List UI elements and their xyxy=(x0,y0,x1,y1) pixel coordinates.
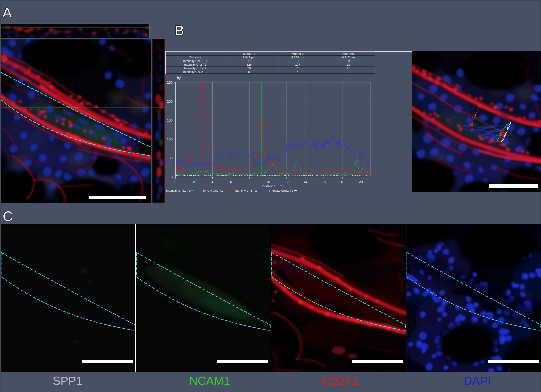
svg-text:14: 14 xyxy=(303,180,307,184)
svg-text:4: 4 xyxy=(211,180,213,184)
svg-text:0: 0 xyxy=(174,180,177,184)
svg-text:8: 8 xyxy=(249,180,251,184)
svg-text:150: 150 xyxy=(167,118,173,122)
svg-text:12: 12 xyxy=(285,180,289,184)
svg-text:200: 200 xyxy=(167,99,173,103)
svg-text:0: 0 xyxy=(171,175,173,179)
svg-text:16: 16 xyxy=(322,180,326,184)
svg-text:10: 10 xyxy=(266,180,270,184)
svg-text:Intensity Ch1-T2: Intensity Ch1-T2 xyxy=(234,189,257,192)
svg-text:18: 18 xyxy=(340,180,344,184)
svg-text:2: 2 xyxy=(193,180,195,184)
svg-text:Intensity Ch2-T1: Intensity Ch2-T1 xyxy=(201,189,223,192)
svg-text:Intensity: Intensity xyxy=(168,76,181,80)
svg-text:100: 100 xyxy=(167,137,173,141)
svg-text:Distance (µm): Distance (µm) xyxy=(262,184,284,188)
svg-text:20: 20 xyxy=(359,180,363,184)
svg-text:250: 250 xyxy=(167,80,173,84)
svg-text:50: 50 xyxy=(169,156,173,160)
svg-text:6: 6 xyxy=(230,180,232,184)
svg-text:Intensity ChS2-T2: Intensity ChS2-T2 xyxy=(269,189,293,192)
svg-text:Intensity ChS1-T1: Intensity ChS1-T1 xyxy=(166,189,191,192)
